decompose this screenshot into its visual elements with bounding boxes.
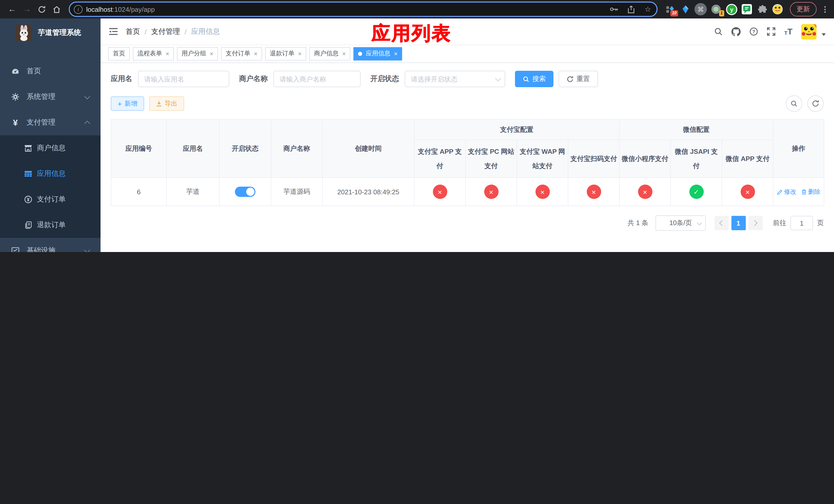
url-text[interactable]: localhost:1024/pay/app — [86, 5, 604, 13]
url-bar[interactable]: i localhost:1024/pay/app ☆ — [69, 2, 658, 17]
reset-button[interactable]: 重置 — [558, 71, 598, 87]
back-icon[interactable]: ← — [5, 2, 19, 16]
extension-yudao-icon[interactable]: y — [725, 3, 738, 16]
sidebar-item-payment[interactable]: ¥ 支付管理 — [0, 110, 101, 135]
tab-app-info[interactable]: 应用信息 — [353, 47, 402, 60]
sidebar-item-system[interactable]: 系统管理 — [0, 84, 101, 110]
breadcrumb-payment[interactable]: 支付管理 — [151, 27, 180, 36]
monitor-icon — [11, 247, 20, 252]
col-header-alipay-app: 支付宝 APP 支付 — [414, 140, 465, 178]
prev-page-button[interactable] — [714, 216, 729, 230]
alipay-wap-status-icon — [535, 185, 550, 199]
close-icon[interactable] — [254, 50, 258, 56]
tag-bar: 首页 流程表单 用户分组 支付订单 退款订单 商户信息 应用信息 — [101, 45, 834, 63]
site-info-icon[interactable]: i — [74, 5, 83, 14]
close-icon[interactable] — [166, 50, 169, 56]
extension-kite-icon[interactable] — [679, 3, 692, 16]
tab-user-group[interactable]: 用户分组 — [177, 47, 218, 60]
app-name-input[interactable] — [138, 71, 229, 87]
col-header-action: 操作 — [773, 119, 824, 178]
sidebar-item-merchant-info[interactable]: 商户信息 — [0, 135, 101, 161]
alipay-pc-status-icon — [484, 185, 498, 199]
sidebar-menu: 首页 系统管理 ¥ 支付管理 — [0, 59, 101, 252]
page-number-button[interactable]: 1 — [731, 216, 746, 230]
extension-puzzle-icon[interactable] — [755, 3, 769, 16]
avatar[interactable] — [801, 24, 816, 39]
share-icon[interactable] — [624, 4, 638, 15]
tab-home[interactable]: 首页 — [108, 47, 130, 60]
fullscreen-icon[interactable] — [767, 27, 775, 36]
menu-dots-icon[interactable] — [821, 6, 829, 13]
refresh-button[interactable] — [807, 95, 824, 112]
grid-icon — [24, 170, 32, 178]
tab-merchant-info[interactable]: 商户信息 — [309, 47, 350, 60]
extension-command-icon[interactable]: ⌘ — [694, 3, 707, 16]
close-icon[interactable] — [342, 50, 346, 56]
sidebar-item-infrastructure[interactable]: 基础设施 — [0, 238, 101, 252]
annotation-title: 应用列表 — [371, 21, 452, 46]
breadcrumb-current: 应用信息 — [191, 27, 220, 36]
search-button[interactable]: 搜索 — [515, 71, 553, 87]
edit-link[interactable]: 修改 — [777, 187, 796, 196]
col-header-wx-jsapi: 微信 JSAPI 支付 — [671, 140, 722, 178]
reload-icon[interactable] — [35, 2, 49, 16]
col-header-status: 开启状态 — [219, 119, 271, 178]
status-select[interactable] — [405, 71, 505, 87]
home-icon[interactable] — [50, 2, 64, 16]
navbar-actions: ? TT — [714, 24, 826, 39]
page-size-select[interactable]: 10条/页 — [656, 215, 706, 231]
font-size-icon[interactable]: TT — [784, 27, 792, 36]
wx-mini-status-icon — [638, 185, 652, 199]
sidebar-item-pay-order[interactable]: 支付订单 — [0, 187, 101, 212]
help-icon[interactable]: ? — [749, 27, 758, 36]
plus-icon: + — [117, 100, 122, 108]
pagination: 共 1 条 10条/页 1 前往 页 — [111, 215, 824, 231]
chevron-down-icon — [84, 93, 90, 99]
svg-text:?: ? — [752, 29, 755, 35]
alipay-app-status-icon — [433, 185, 447, 199]
tab-process-form[interactable]: 流程表单 — [133, 47, 174, 60]
forward-icon[interactable]: → — [20, 2, 34, 16]
tab-pay-order[interactable]: 支付订单 — [221, 47, 262, 60]
status-select-input[interactable] — [405, 71, 505, 87]
app-logo[interactable]: 芋道管理系统 — [0, 19, 101, 47]
close-icon[interactable] — [394, 50, 397, 56]
add-button[interactable]: + 新增 — [111, 96, 144, 111]
sidebar-item-refund-order[interactable]: 退款订单 — [0, 212, 101, 238]
extension-emoji-icon[interactable] — [771, 3, 784, 16]
col-header-merchant: 商户名称 — [271, 119, 322, 178]
caret-down-icon[interactable] — [822, 33, 826, 36]
close-icon[interactable] — [298, 50, 302, 56]
collapse-sidebar-icon[interactable] — [109, 28, 118, 36]
extension-record-icon[interactable]: 1 — [709, 3, 723, 16]
goto-prefix-label: 前往 — [773, 219, 786, 228]
key-icon[interactable] — [607, 4, 621, 15]
extension-tasks-icon[interactable]: 10 — [663, 3, 677, 16]
close-icon[interactable] — [210, 50, 213, 56]
merchant-name-input[interactable] — [273, 71, 360, 87]
extension-badge: 10 — [671, 10, 678, 17]
goto-page-input[interactable] — [790, 216, 813, 230]
status-toggle[interactable] — [235, 187, 256, 197]
extension-chat-icon[interactable] — [740, 3, 753, 16]
delete-link[interactable]: 删除 — [801, 187, 820, 196]
top-navbar: 首页 / 支付管理 / 应用信息 ? — [101, 19, 834, 45]
github-icon[interactable] — [731, 27, 741, 36]
browser-update-button[interactable]: 更新 — [790, 2, 816, 17]
search-icon[interactable] — [714, 27, 723, 36]
chevron-down-icon — [84, 247, 90, 252]
app-title: 芋道管理系统 — [38, 28, 81, 38]
toggle-search-button[interactable] — [786, 95, 802, 112]
sidebar-item-home[interactable]: 首页 — [0, 59, 101, 84]
col-header-wx-mini: 微信小程序支付 — [619, 140, 671, 178]
tab-refund-order[interactable]: 退款订单 — [265, 47, 306, 60]
wx-jsapi-status-icon — [689, 185, 703, 199]
sidebar-item-app-info[interactable]: 应用信息 — [0, 161, 101, 187]
star-icon[interactable]: ☆ — [641, 4, 655, 15]
chevron-down-icon — [697, 220, 702, 225]
export-button[interactable]: 导出 — [149, 96, 184, 111]
next-page-button[interactable] — [748, 216, 763, 230]
breadcrumb-home[interactable]: 首页 — [126, 27, 140, 36]
chevron-up-icon — [84, 121, 90, 127]
sidebar: 芋道管理系统 首页 系统管理 ¥ 支付管 — [0, 19, 101, 252]
